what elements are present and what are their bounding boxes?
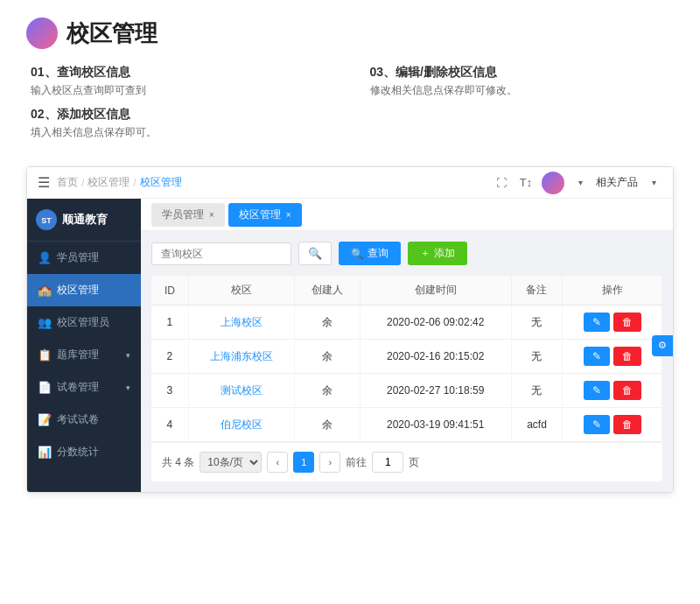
action-btns: ✎ 🗑 <box>571 381 653 400</box>
campus-table: ID 校区 创建人 创建时间 备注 操作 1 上海校区 余 2020-02-06… <box>151 276 662 442</box>
related-products[interactable]: 相关产品 <box>596 175 638 190</box>
cell-id: 2 <box>151 340 188 374</box>
breadcrumb-campus-mgmt[interactable]: 校区管理 <box>88 175 130 190</box>
sidebar-item-score-stats[interactable]: 📊 分数统计 <box>27 436 141 468</box>
sidebar-item-exam-paper[interactable]: 📝 考试试卷 <box>27 404 141 436</box>
delete-btn[interactable]: 🗑 <box>613 347 641 366</box>
hamburger-icon[interactable]: ☰ <box>38 174 50 191</box>
page-title-icon <box>26 18 58 49</box>
tab-campus-close[interactable]: × <box>286 210 291 220</box>
col-header-creator: 创建人 <box>295 276 360 306</box>
sidebar-campus-label: 校区管理 <box>57 283 99 298</box>
cell-actions: ✎ 🗑 <box>563 306 662 340</box>
cell-remark: acfd <box>511 408 563 442</box>
main-content: 学员管理 × 校区管理 × 🔍 <box>141 199 673 492</box>
next-page-btn[interactable]: › <box>319 452 340 473</box>
cell-actions: ✎ 🗑 <box>563 374 662 408</box>
instruction-3-desc: 修改相关信息点保存即可修改。 <box>370 83 675 98</box>
campus-link[interactable]: 测试校区 <box>220 384 262 397</box>
tab-student-close[interactable]: × <box>209 210 214 220</box>
sidebar-exam-label: 考试试卷 <box>57 412 99 427</box>
qbank-arrow-icon: ▾ <box>126 351 130 360</box>
search-bar: 🔍 🔍 查询 ＋ 添加 <box>151 242 662 265</box>
page-title: 校区管理 <box>66 18 158 49</box>
cell-name: 上海浦东校区 <box>188 340 294 374</box>
tab-student-mgmt[interactable]: 学员管理 × <box>151 203 225 227</box>
paper-arrow-icon: ▾ <box>126 383 130 392</box>
sidebar-item-campus[interactable]: 🏫 校区管理 <box>27 274 141 306</box>
campus-icon: 🏫 <box>38 284 52 298</box>
cell-id: 3 <box>151 374 188 408</box>
sidebar-logo-text: 顺通教育 <box>62 212 108 228</box>
table-row: 1 上海校区 余 2020-02-06 09:02:42 无 ✎ 🗑 <box>151 306 662 340</box>
campus-link[interactable]: 上海校区 <box>220 316 262 328</box>
delete-btn[interactable]: 🗑 <box>613 313 641 332</box>
dropdown-icon[interactable]: ▾ <box>571 174 589 192</box>
search-icon-btn[interactable]: 🔍 <box>298 242 332 265</box>
app-body: ST 顺通教育 👤 学员管理 🏫 校区管理 👥 校区管理员 <box>27 199 673 492</box>
edit-btn[interactable]: ✎ <box>584 347 610 366</box>
page-label: 页 <box>409 455 419 470</box>
sidebar-paper-label: 试卷管理 <box>57 380 99 395</box>
sidebar-student-label: 学员管理 <box>57 250 99 265</box>
avatar[interactable] <box>542 172 564 194</box>
table-row: 4 伯尼校区 余 2020-03-19 09:41:51 acfd ✎ 🗑 <box>151 408 662 442</box>
instruction-3: 03、编辑/删除校区信息 修改相关信息点保存即可修改。 <box>370 65 675 98</box>
query-button[interactable]: 🔍 查询 <box>339 242 401 265</box>
cell-name: 上海校区 <box>188 306 294 340</box>
campus-link[interactable]: 上海浦东校区 <box>210 350 273 362</box>
col-header-campus: 校区 <box>188 276 294 306</box>
sidebar-item-campus-admin[interactable]: 👥 校区管理员 <box>27 306 141 339</box>
logo-icon: ST <box>36 209 57 230</box>
tab-campus-label: 校区管理 <box>239 207 281 222</box>
tabs-header: 学员管理 × 校区管理 × <box>141 199 673 231</box>
cell-creator: 余 <box>295 340 360 374</box>
fullscreen-icon[interactable]: ⛶ <box>493 174 510 192</box>
instructions-grid: 01、查询校区信息 输入校区点查询即可查到 02、添加校区信息 填入相关信息点保… <box>26 65 674 149</box>
search-input[interactable] <box>151 242 291 265</box>
prev-page-btn[interactable]: ‹ <box>267 452 288 473</box>
instruction-1-desc: 输入校区点查询即可查到 <box>31 83 335 98</box>
sidebar-menu: 👤 学员管理 🏫 校区管理 👥 校区管理员 📋 题库管理 ▾ <box>27 242 141 492</box>
sidebar-item-paper-mgmt[interactable]: 📄 试卷管理 ▾ <box>27 371 141 404</box>
cell-name: 测试校区 <box>188 374 294 408</box>
cell-id: 4 <box>151 408 188 442</box>
sidebar-item-student[interactable]: 👤 学员管理 <box>27 242 141 274</box>
outer-wrapper: 校区管理 01、查询校区信息 输入校区点查询即可查到 02、添加校区信息 填入相… <box>0 0 700 510</box>
campus-link[interactable]: 伯尼校区 <box>220 418 262 431</box>
svg-text:ST: ST <box>41 216 52 225</box>
instructions-col2: 03、编辑/删除校区信息 修改相关信息点保存即可修改。 <box>370 65 675 149</box>
add-button[interactable]: ＋ 添加 <box>408 242 467 265</box>
tab-campus-mgmt[interactable]: 校区管理 × <box>228 203 302 227</box>
cell-actions: ✎ 🗑 <box>563 340 662 374</box>
table-row: 2 上海浦东校区 余 2020-02-16 20:15:02 无 ✎ 🗑 <box>151 340 662 374</box>
student-icon: 👤 <box>38 251 52 265</box>
sidebar-item-question-bank[interactable]: 📋 题库管理 ▾ <box>27 339 141 371</box>
goto-page-input[interactable] <box>372 452 403 473</box>
cell-created-at: 2020-02-06 09:02:42 <box>360 306 511 340</box>
page-size-select[interactable]: 10条/页 20条/页 <box>200 452 262 473</box>
content-area: 🔍 🔍 查询 ＋ 添加 ID 校区 <box>141 231 673 492</box>
tab-student-label: 学员管理 <box>162 207 204 222</box>
breadcrumb-home[interactable]: 首页 <box>57 175 78 190</box>
page-1-btn[interactable]: 1 <box>293 452 314 473</box>
edit-btn[interactable]: ✎ <box>584 415 610 434</box>
font-icon[interactable]: T↕ <box>517 174 535 192</box>
cell-created-at: 2020-02-27 10:18:59 <box>360 374 511 408</box>
question-bank-icon: 📋 <box>38 348 52 362</box>
goto-label: 前往 <box>346 455 367 470</box>
instruction-2-title: 02、添加校区信息 <box>31 107 335 123</box>
delete-btn[interactable]: 🗑 <box>613 381 641 400</box>
related-products-arrow[interactable]: ▾ <box>645 174 662 192</box>
cell-creator: 余 <box>295 374 360 408</box>
edit-btn[interactable]: ✎ <box>584 313 610 332</box>
app-top-header: ☰ 首页 / 校区管理 / 校区管理 ⛶ T↕ ▾ 相关产品 ▾ <box>27 167 673 199</box>
edit-btn[interactable]: ✎ <box>584 381 610 400</box>
col-header-created-at: 创建时间 <box>360 276 511 306</box>
instruction-1: 01、查询校区信息 输入校区点查询即可查到 <box>31 65 335 98</box>
breadcrumb-current[interactable]: 校区管理 <box>140 175 182 190</box>
delete-btn[interactable]: 🗑 <box>613 415 641 434</box>
cell-actions: ✎ 🗑 <box>563 408 662 442</box>
float-side-btn[interactable]: ⚙ <box>652 335 673 356</box>
cell-name: 伯尼校区 <box>188 408 294 442</box>
